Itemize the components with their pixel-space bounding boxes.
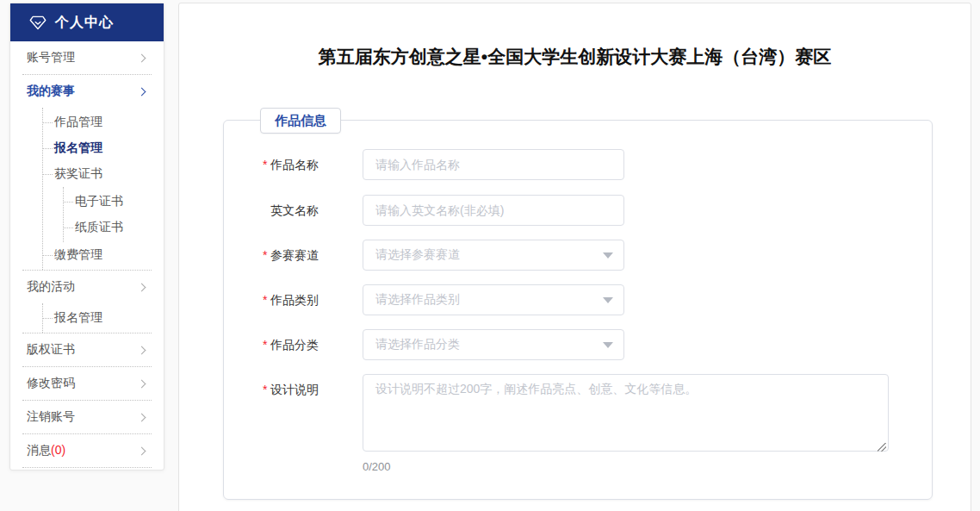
message-count-badge: (0) <box>51 443 65 457</box>
sidebar-item-label: 我的赛事 <box>27 84 75 99</box>
field-label-category: * 作品类别 <box>263 284 363 315</box>
sidebar-item-my-contests[interactable]: 我的赛事 <box>21 75 153 108</box>
chevron-right-icon <box>138 446 146 455</box>
tree-dash <box>64 202 73 203</box>
field-label-description: * 设计说明 <box>263 374 363 405</box>
field-label-track: * 参赛赛道 <box>263 240 363 271</box>
char-counter: 0/200 <box>363 460 889 473</box>
select-placeholder: 请选择作品类别 <box>375 292 460 308</box>
chevron-right-icon <box>138 53 146 62</box>
classification-select[interactable]: 请选择作品分类 <box>363 329 624 360</box>
sidebar-item-label: 电子证书 <box>75 194 123 209</box>
select-placeholder: 请选择作品分类 <box>375 337 460 352</box>
tree-dash <box>43 174 53 175</box>
sidebar-item-delete-account[interactable]: 注销账号 <box>21 401 153 433</box>
sidebar-item-messages[interactable]: 消息(0) <box>21 434 153 467</box>
required-mark: * <box>263 374 267 405</box>
sidebar-subtree-activities: 报名管理 <box>42 303 153 333</box>
category-select[interactable]: 请选择作品类别 <box>363 284 624 315</box>
sidebar-item-label: 缴费管理 <box>54 247 102 263</box>
sidebar: 个人中心 账号管理 我的赛事 作品管理 报名管理 获奖证书 <box>9 3 164 470</box>
sidebar-item-label: 纸质证书 <box>75 220 123 235</box>
sidebar-item-label: 版权证书 <box>27 342 75 358</box>
sidebar-item-copyright-cert[interactable]: 版权证书 <box>21 333 153 366</box>
sidebar-item-paper-cert[interactable]: 纸质证书 <box>64 215 153 240</box>
tree-dash <box>43 318 53 319</box>
caret-down-icon <box>603 252 613 259</box>
tree-dash <box>43 148 53 149</box>
tree-dash <box>43 255 53 256</box>
caret-down-icon <box>603 297 613 303</box>
sidebar-subtree-contests: 作品管理 报名管理 获奖证书 电子证书 纸质证书 <box>42 108 153 270</box>
sidebar-item-work-manage[interactable]: 作品管理 <box>43 109 153 135</box>
work-info-fieldset: 作品信息 * 作品名称 英文名称 * 参赛赛道 请选择参赛赛道 <box>223 120 933 500</box>
chevron-right-icon <box>138 346 146 354</box>
track-select[interactable]: 请选择参赛赛道 <box>363 240 624 271</box>
chevron-right-icon <box>138 283 146 291</box>
work-name-input[interactable] <box>363 149 624 180</box>
sidebar-item-my-activities[interactable]: 我的活动 <box>21 271 153 303</box>
sidebar-item-signup-manage[interactable]: 报名管理 <box>43 135 153 161</box>
required-mark: * <box>263 284 267 315</box>
sidebar-header: 个人中心 <box>10 3 164 41</box>
description-textarea[interactable] <box>363 374 889 452</box>
sidebar-item-change-password[interactable]: 修改密码 <box>21 367 153 400</box>
tree-dash <box>43 122 53 123</box>
field-label-work-name: * 作品名称 <box>263 149 363 180</box>
sidebar-item-label: 消息(0) <box>27 443 65 458</box>
chevron-right-icon <box>138 379 146 388</box>
required-mark: * <box>263 329 267 360</box>
chevron-right-icon <box>138 87 146 96</box>
required-mark: * <box>263 240 267 271</box>
main-panel: 第五届东方创意之星•全国大学生创新设计大赛上海（台湾）赛区 作品信息 * 作品名… <box>178 3 971 511</box>
field-label-english-name: 英文名称 <box>263 195 363 226</box>
required-mark: * <box>263 149 267 180</box>
sidebar-item-label: 账号管理 <box>27 50 75 65</box>
tree-dash <box>64 227 73 228</box>
sidebar-item-account[interactable]: 账号管理 <box>21 41 153 74</box>
select-placeholder: 请选择参赛赛道 <box>375 247 460 263</box>
divider <box>22 467 152 468</box>
sidebar-item-payment[interactable]: 缴费管理 <box>43 242 153 268</box>
sidebar-item-label: 作品管理 <box>54 115 102 130</box>
field-label-classification: * 作品分类 <box>263 329 363 360</box>
caret-down-icon <box>603 342 613 348</box>
sidebar-item-label: 获奖证书 <box>54 166 102 182</box>
sidebar-item-label: 报名管理 <box>54 310 102 326</box>
sidebar-item-award-cert[interactable]: 获奖证书 <box>43 161 153 187</box>
sidebar-title: 个人中心 <box>55 14 114 32</box>
page-title: 第五届东方创意之星•全国大学生创新设计大赛上海（台湾）赛区 <box>179 45 971 69</box>
sidebar-item-label: 注销账号 <box>27 409 75 425</box>
chevron-right-icon <box>138 413 146 421</box>
sidebar-subtree-certs: 电子证书 纸质证书 <box>63 187 153 242</box>
section-legend: 作品信息 <box>260 108 341 134</box>
sidebar-item-label: 报名管理 <box>54 140 102 156</box>
sidebar-item-label: 修改密码 <box>27 376 75 391</box>
gem-icon <box>29 14 47 31</box>
sidebar-item-label: 我的活动 <box>27 279 75 295</box>
sidebar-item-e-cert[interactable]: 电子证书 <box>64 189 153 215</box>
english-name-input[interactable] <box>363 195 624 226</box>
sidebar-item-activity-signup[interactable]: 报名管理 <box>43 305 153 331</box>
